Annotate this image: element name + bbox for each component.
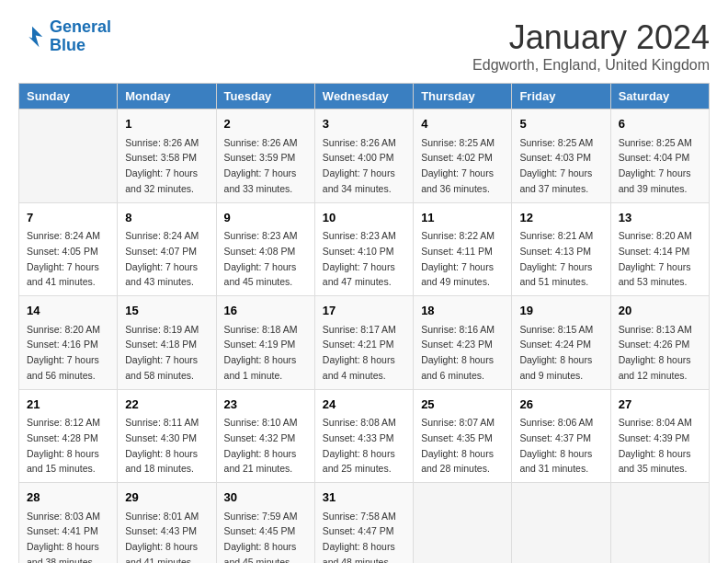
day-number: 10	[323, 209, 405, 227]
day-info: Sunrise: 8:07 AMSunset: 4:35 PMDaylight:…	[421, 417, 495, 474]
calendar-cell: 3Sunrise: 8:26 AMSunset: 4:00 PMDaylight…	[314, 109, 413, 203]
weekday-header-sunday: Sunday	[19, 84, 118, 109]
day-number: 2	[224, 115, 307, 133]
weekday-header-monday: Monday	[118, 84, 216, 109]
calendar-week-2: 7Sunrise: 8:24 AMSunset: 4:05 PMDaylight…	[19, 202, 710, 296]
day-number: 4	[421, 115, 504, 133]
calendar-cell	[19, 109, 118, 203]
day-number: 23	[224, 396, 307, 414]
day-info: Sunrise: 8:19 AMSunset: 4:18 PMDaylight:…	[125, 324, 199, 381]
day-number: 26	[519, 396, 602, 414]
day-number: 6	[619, 115, 701, 133]
calendar-cell	[610, 483, 709, 564]
day-number: 12	[519, 209, 602, 227]
weekday-header-tuesday: Tuesday	[216, 84, 314, 109]
calendar-cell: 18Sunrise: 8:16 AMSunset: 4:23 PMDayligh…	[414, 296, 512, 390]
logo-icon	[18, 23, 46, 51]
day-number: 3	[323, 115, 405, 133]
weekday-header-saturday: Saturday	[610, 84, 709, 109]
day-info: Sunrise: 8:24 AMSunset: 4:05 PMDaylight:…	[27, 230, 100, 287]
day-info: Sunrise: 8:04 AMSunset: 4:39 PMDaylight:…	[619, 417, 692, 474]
calendar-cell	[414, 483, 512, 564]
day-number: 29	[125, 488, 208, 507]
day-info: Sunrise: 8:26 AMSunset: 3:59 PMDaylight:…	[224, 137, 298, 194]
logo-text: General Blue	[50, 18, 111, 55]
calendar-cell: 19Sunrise: 8:15 AMSunset: 4:24 PMDayligh…	[512, 296, 610, 390]
calendar-cell: 17Sunrise: 8:17 AMSunset: 4:21 PMDayligh…	[314, 296, 413, 390]
weekday-header-thursday: Thursday	[414, 84, 512, 109]
calendar-cell	[512, 483, 610, 564]
day-info: Sunrise: 8:25 AMSunset: 4:04 PMDaylight:…	[619, 137, 692, 194]
calendar-cell: 14Sunrise: 8:20 AMSunset: 4:16 PMDayligh…	[19, 296, 118, 390]
day-number: 25	[421, 396, 504, 414]
day-number: 19	[519, 302, 602, 320]
day-number: 22	[125, 396, 208, 414]
day-info: Sunrise: 8:26 AMSunset: 3:58 PMDaylight:…	[125, 137, 199, 194]
day-info: Sunrise: 7:59 AMSunset: 4:45 PMDaylight:…	[224, 511, 298, 564]
day-number: 7	[27, 209, 109, 227]
logo-line1: General	[50, 17, 111, 36]
day-info: Sunrise: 8:13 AMSunset: 4:26 PMDaylight:…	[619, 324, 692, 381]
calendar-cell: 5Sunrise: 8:25 AMSunset: 4:03 PMDaylight…	[512, 109, 610, 203]
calendar-cell: 30Sunrise: 7:59 AMSunset: 4:45 PMDayligh…	[216, 483, 314, 564]
day-number: 24	[323, 396, 405, 414]
calendar-table: SundayMondayTuesdayWednesdayThursdayFrid…	[18, 83, 710, 563]
page-header: General Blue January 2024 Edgworth, Engl…	[18, 18, 710, 74]
day-number: 28	[27, 488, 109, 507]
day-info: Sunrise: 8:06 AMSunset: 4:37 PMDaylight:…	[519, 417, 593, 474]
day-number: 15	[125, 302, 208, 320]
day-info: Sunrise: 8:23 AMSunset: 4:08 PMDaylight:…	[224, 230, 298, 287]
calendar-cell: 1Sunrise: 8:26 AMSunset: 3:58 PMDaylight…	[118, 109, 216, 203]
day-number: 18	[421, 302, 504, 320]
day-info: Sunrise: 8:26 AMSunset: 4:00 PMDaylight:…	[323, 137, 396, 194]
calendar-cell: 13Sunrise: 8:20 AMSunset: 4:14 PMDayligh…	[610, 202, 709, 296]
calendar-cell: 31Sunrise: 7:58 AMSunset: 4:47 PMDayligh…	[314, 483, 413, 564]
weekday-header-row: SundayMondayTuesdayWednesdayThursdayFrid…	[19, 84, 710, 109]
calendar-cell: 2Sunrise: 8:26 AMSunset: 3:59 PMDaylight…	[216, 109, 314, 203]
day-number: 11	[421, 209, 504, 227]
day-info: Sunrise: 8:15 AMSunset: 4:24 PMDaylight:…	[519, 324, 593, 381]
day-info: Sunrise: 8:10 AMSunset: 4:32 PMDaylight:…	[224, 417, 298, 474]
calendar-cell: 29Sunrise: 8:01 AMSunset: 4:43 PMDayligh…	[118, 483, 216, 564]
logo: General Blue	[18, 18, 111, 55]
calendar-cell: 28Sunrise: 8:03 AMSunset: 4:41 PMDayligh…	[19, 483, 118, 564]
day-info: Sunrise: 8:16 AMSunset: 4:23 PMDaylight:…	[421, 324, 495, 381]
calendar-week-5: 28Sunrise: 8:03 AMSunset: 4:41 PMDayligh…	[19, 483, 710, 564]
day-number: 31	[323, 488, 405, 507]
day-number: 5	[519, 115, 602, 133]
weekday-header-friday: Friday	[512, 84, 610, 109]
day-info: Sunrise: 8:01 AMSunset: 4:43 PMDaylight:…	[125, 511, 199, 564]
day-info: Sunrise: 8:12 AMSunset: 4:28 PMDaylight:…	[27, 417, 100, 474]
location: Edgworth, England, United Kingdom	[472, 57, 710, 74]
day-number: 27	[619, 396, 701, 414]
day-info: Sunrise: 8:25 AMSunset: 4:03 PMDaylight:…	[519, 137, 593, 194]
calendar-cell: 10Sunrise: 8:23 AMSunset: 4:10 PMDayligh…	[314, 202, 413, 296]
calendar-week-1: 1Sunrise: 8:26 AMSunset: 3:58 PMDaylight…	[19, 109, 710, 203]
calendar-cell: 20Sunrise: 8:13 AMSunset: 4:26 PMDayligh…	[610, 296, 709, 390]
day-info: Sunrise: 8:25 AMSunset: 4:02 PMDaylight:…	[421, 137, 495, 194]
day-info: Sunrise: 8:18 AMSunset: 4:19 PMDaylight:…	[224, 324, 298, 381]
calendar-cell: 11Sunrise: 8:22 AMSunset: 4:11 PMDayligh…	[414, 202, 512, 296]
calendar-cell: 7Sunrise: 8:24 AMSunset: 4:05 PMDaylight…	[19, 202, 118, 296]
calendar-cell: 23Sunrise: 8:10 AMSunset: 4:32 PMDayligh…	[216, 389, 314, 483]
weekday-header-wednesday: Wednesday	[314, 84, 413, 109]
logo-line2: Blue	[50, 36, 85, 54]
day-number: 30	[224, 488, 307, 507]
calendar-cell: 9Sunrise: 8:23 AMSunset: 4:08 PMDaylight…	[216, 202, 314, 296]
day-info: Sunrise: 8:22 AMSunset: 4:11 PMDaylight:…	[421, 230, 495, 287]
calendar-cell: 15Sunrise: 8:19 AMSunset: 4:18 PMDayligh…	[118, 296, 216, 390]
calendar-cell: 8Sunrise: 8:24 AMSunset: 4:07 PMDaylight…	[118, 202, 216, 296]
day-number: 1	[125, 115, 208, 133]
calendar-cell: 26Sunrise: 8:06 AMSunset: 4:37 PMDayligh…	[512, 389, 610, 483]
calendar-week-3: 14Sunrise: 8:20 AMSunset: 4:16 PMDayligh…	[19, 296, 710, 390]
day-number: 21	[27, 396, 109, 414]
day-info: Sunrise: 8:24 AMSunset: 4:07 PMDaylight:…	[125, 230, 199, 287]
month-title: January 2024	[472, 18, 710, 57]
calendar-cell: 16Sunrise: 8:18 AMSunset: 4:19 PMDayligh…	[216, 296, 314, 390]
calendar-cell: 12Sunrise: 8:21 AMSunset: 4:13 PMDayligh…	[512, 202, 610, 296]
calendar-cell: 4Sunrise: 8:25 AMSunset: 4:02 PMDaylight…	[414, 109, 512, 203]
calendar-cell: 24Sunrise: 8:08 AMSunset: 4:33 PMDayligh…	[314, 389, 413, 483]
day-number: 14	[27, 302, 109, 320]
calendar-week-4: 21Sunrise: 8:12 AMSunset: 4:28 PMDayligh…	[19, 389, 710, 483]
day-info: Sunrise: 8:11 AMSunset: 4:30 PMDaylight:…	[125, 417, 199, 474]
